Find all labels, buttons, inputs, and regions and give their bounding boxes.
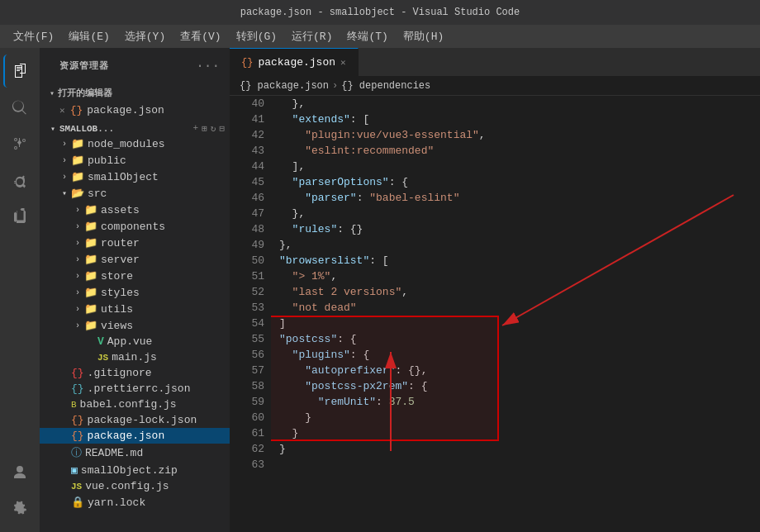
tab-close-icon[interactable]: ✕: [340, 57, 346, 68]
git-icon: {}: [71, 367, 84, 379]
breadcrumb-item[interactable]: {} dependencies: [341, 80, 430, 92]
menu-select[interactable]: 选择(Y): [118, 27, 172, 45]
tree-label: .prettierrc.json: [88, 382, 191, 395]
arrow-icon: ▾: [58, 188, 71, 198]
activity-search[interactable]: [3, 91, 36, 124]
code-line-57: "autoprefixer": {},: [279, 363, 760, 378]
code-line-62: }: [279, 441, 760, 457]
json-icon: {}: [71, 414, 84, 426]
tab-file-icon: {}: [241, 57, 253, 69]
line-numbers: 4041424344 4546474849 5051525354 5556575…: [230, 96, 271, 532]
tree-prettierrc[interactable]: › {} .prettierrc.json: [40, 381, 230, 397]
breadcrumb-item[interactable]: {} package.json: [240, 80, 329, 92]
tree-package-lock[interactable]: › {} package-lock.json: [40, 412, 230, 428]
tree-label: components: [101, 221, 165, 233]
tree-label: public: [88, 154, 126, 167]
arrow-icon: ›: [71, 239, 84, 248]
tree-label: package.json: [88, 430, 165, 442]
code-line-44: ],: [279, 159, 760, 174]
tree-views[interactable]: › 📁 views: [40, 317, 230, 334]
tree-label: vue.config.js: [85, 480, 169, 492]
sidebar: 资源管理器 ··· ▾ 打开的编辑器 ✕ {} package.json ▾ S…: [40, 48, 230, 532]
tree-gitignore[interactable]: › {} .gitignore: [40, 365, 230, 381]
menu-file[interactable]: 文件(F): [7, 27, 60, 45]
tree-label: store: [101, 270, 133, 283]
activity-account[interactable]: [3, 456, 36, 489]
tree-styles[interactable]: › 📁 styles: [40, 284, 230, 301]
title-bar: package.json - smallobject - Visual Stud…: [0, 0, 760, 25]
arrow-icon: ›: [58, 173, 71, 182]
tree-label: utils: [101, 303, 133, 316]
new-file-icon[interactable]: +: [193, 123, 199, 134]
activity-explorer[interactable]: [3, 55, 36, 88]
code-content[interactable]: }, "extends": [ "plugin:vue/vue3-essenti…: [271, 96, 760, 532]
tree-package-json[interactable]: › {} package.json: [40, 428, 230, 444]
code-line-61: }: [279, 425, 760, 441]
collapse-icon[interactable]: ⊟: [219, 123, 225, 134]
tree-babel[interactable]: › B babel.config.js: [40, 397, 230, 412]
code-line-45: "parserOptions": {: [279, 174, 760, 190]
tree-label: smallObject.zip: [81, 464, 178, 477]
tree-readme[interactable]: › ⓘ README.md: [40, 444, 230, 462]
tab-package-json[interactable]: {} package.json ✕: [230, 48, 359, 76]
code-line-51: "> 1%",: [279, 268, 760, 284]
editor-area: {} package.json ✕ {} package.json › {} d…: [230, 48, 760, 532]
folder-icon: 📁: [84, 203, 97, 216]
folder-icon: 📁: [84, 319, 97, 332]
activity-extensions[interactable]: [3, 200, 36, 233]
code-line-40: },: [279, 96, 760, 112]
tree-label: router: [101, 237, 140, 249]
tree-label: App.vue: [107, 335, 153, 348]
tree-label: package-lock.json: [88, 414, 197, 426]
tree-src[interactable]: ▾ 📂 src: [40, 185, 230, 202]
arrow-icon: ›: [71, 206, 84, 215]
tree-main-js[interactable]: › JS main.js: [40, 349, 230, 365]
tree-zip[interactable]: › ▣ smallObject.zip: [40, 462, 230, 478]
menu-edit[interactable]: 编辑(E): [62, 27, 116, 45]
refresh-icon[interactable]: ↻: [211, 123, 216, 134]
folder-icon: 📁: [84, 286, 97, 299]
open-editor-package-json[interactable]: ✕ {} package.json: [40, 102, 230, 118]
tree-vue-config[interactable]: › JS vue.config.js: [40, 478, 230, 494]
menu-goto[interactable]: 转到(G): [230, 27, 283, 45]
tree-server[interactable]: › 📁 server: [40, 251, 230, 268]
tree-label: yarn.lock: [88, 496, 145, 509]
file-icon: {}: [70, 104, 83, 116]
tree-app-vue[interactable]: › V App.vue: [40, 334, 230, 349]
activity-settings[interactable]: [3, 492, 36, 525]
tree-components[interactable]: › 📁 components: [40, 218, 230, 235]
activity-source-control[interactable]: [3, 127, 36, 160]
editor-content[interactable]: 4041424344 4546474849 5051525354 5556575…: [230, 96, 760, 532]
close-icon[interactable]: ✕: [59, 105, 65, 116]
code-line-63: [279, 457, 760, 473]
menu-run[interactable]: 运行(R): [285, 27, 339, 45]
project-name: SMALLOB...: [59, 124, 114, 134]
arrow-icon: ›: [71, 321, 84, 330]
tree-root[interactable]: ▾ SMALLOB... + ⊞ ↻ ⊟: [40, 121, 230, 135]
tree-yarn-lock[interactable]: › 🔒 yarn.lock: [40, 494, 230, 511]
tree-router[interactable]: › 📁 router: [40, 235, 230, 251]
menu-terminal[interactable]: 终端(T): [340, 27, 394, 45]
tree-node-modules[interactable]: › 📁 node_modules: [40, 135, 230, 152]
tree-label: views: [101, 320, 133, 332]
activity-debug[interactable]: [3, 164, 36, 197]
tree-assets[interactable]: › 📁 assets: [40, 202, 230, 218]
code-line-50: "browserslist": [: [279, 253, 760, 268]
new-folder-icon[interactable]: ⊞: [202, 123, 207, 134]
tree-utils[interactable]: › 📁 utils: [40, 301, 230, 317]
activity-bar: [0, 48, 40, 532]
folder-open-icon: 📂: [71, 187, 84, 200]
tree-smallobject[interactable]: › 📁 smallObject: [40, 169, 230, 185]
menu-view[interactable]: 查看(V): [173, 27, 227, 45]
sidebar-more[interactable]: ···: [196, 59, 220, 74]
open-editors-title[interactable]: ▾ 打开的编辑器: [40, 83, 230, 102]
menu-help[interactable]: 帮助(H): [397, 27, 450, 45]
folder-icon: 📁: [71, 170, 84, 183]
tree-label: server: [101, 254, 140, 266]
breadcrumb-sep: ›: [332, 80, 338, 92]
tree-label: README.md: [85, 447, 143, 459]
code-line-58: "postcss-px2rem": {: [279, 378, 760, 394]
tree-store[interactable]: › 📁 store: [40, 268, 230, 284]
tree-public[interactable]: › 📁 public: [40, 152, 230, 169]
tree-label: main.js: [112, 351, 157, 363]
